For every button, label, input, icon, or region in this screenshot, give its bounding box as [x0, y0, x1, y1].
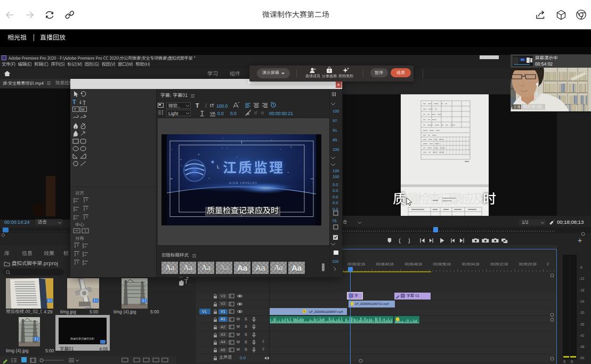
svg-text:A: A: [247, 112, 249, 116]
svg-text:T: T: [74, 108, 77, 111]
svg-text:T: T: [83, 100, 86, 106]
svg-text:M: M: [82, 108, 85, 111]
svg-text:fx: fx: [303, 310, 305, 313]
